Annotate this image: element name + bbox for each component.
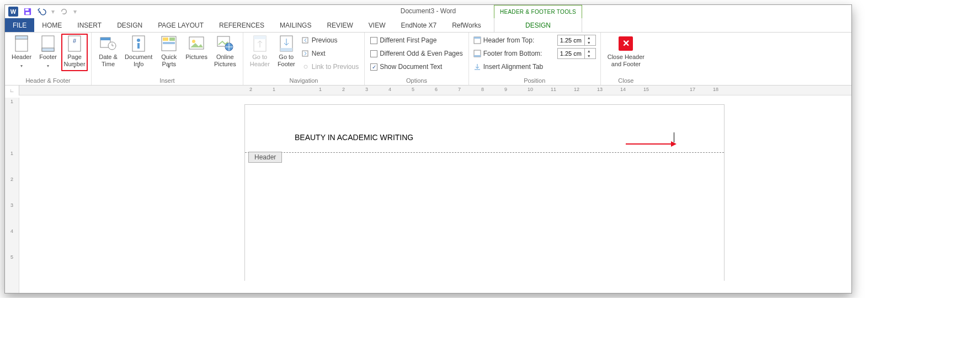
footer-from-bottom-input[interactable]: ▲▼ — [557, 48, 596, 59]
ruler-tick: 3 — [10, 202, 13, 222]
dropdown-icon — [168, 63, 170, 70]
quick-access-toolbar: W ▾ ▾ — [5, 7, 77, 17]
group-position: Header from Top: ▲▼ Footer from Bottom: … — [469, 33, 601, 85]
close-header-footer-button[interactable]: ✕ Close Headerand Footer — [604, 34, 648, 68]
tab-refworks[interactable]: RefWorks — [444, 18, 488, 32]
ruler-tick: 18 — [713, 87, 718, 92]
nav-small-buttons: Previous Next Link to Previous — [300, 34, 361, 73]
ruler-tick: 13 — [597, 87, 603, 92]
header-button[interactable]: Header — [8, 34, 35, 70]
spin-up-icon[interactable]: ▲ — [585, 49, 593, 54]
pictures-icon — [188, 35, 205, 52]
tab-design[interactable]: DESIGN — [109, 18, 150, 32]
ruler-tick: 2 — [249, 87, 252, 92]
tab-review[interactable]: REVIEW — [319, 18, 360, 32]
link-icon — [302, 63, 310, 71]
pictures-button[interactable]: Pictures — [182, 34, 211, 62]
group-label: Header & Footer — [8, 77, 88, 85]
group-label: Position — [472, 77, 597, 85]
ruler-tick: 1 — [319, 87, 322, 92]
tab-endnote[interactable]: EndNote X7 — [393, 18, 444, 32]
date-time-icon — [99, 35, 117, 52]
document-info-button[interactable]: DocumentInfo — [121, 34, 156, 71]
page-number-button[interactable]: # PageNumber — [61, 34, 88, 71]
svg-rect-32 — [474, 55, 481, 57]
date-time-button[interactable]: Date &Time — [95, 34, 121, 68]
link-to-previous-button: Link to Previous — [302, 61, 359, 72]
header-from-top-input[interactable]: ▲▼ — [557, 35, 596, 46]
tab-file[interactable]: FILE — [5, 18, 34, 32]
title-bar: W ▾ ▾ Document3 - Word HEADER & FOOTER T… — [5, 5, 851, 18]
save-button[interactable] — [23, 7, 33, 17]
goto-footer-button[interactable]: Go toFooter — [273, 34, 300, 68]
ruler-tick: 1 — [10, 99, 13, 119]
group-header-footer: Header Footer # PageNumber — [5, 33, 92, 85]
group-label: Close — [604, 77, 648, 85]
tab-page-layout[interactable]: PAGE LAYOUT — [150, 18, 211, 32]
header-content-text[interactable]: BEAUTY IN ACADEMIC WRITING — [295, 133, 413, 142]
vertical-ruler[interactable]: 112345 — [5, 98, 19, 293]
spin-down-icon[interactable]: ▼ — [585, 40, 593, 45]
ruler-tick: 10 — [528, 87, 533, 92]
svg-point-20 — [192, 40, 195, 43]
svg-point-13 — [137, 39, 140, 42]
qat-customize[interactable]: ▾ — [73, 8, 77, 15]
header-area[interactable]: BEAUTY IN ACADEMIC WRITING Header — [245, 105, 724, 153]
svg-text:#: # — [73, 38, 77, 44]
quick-parts-button[interactable]: QuickParts — [156, 34, 182, 71]
tab-home[interactable]: HOME — [34, 18, 70, 32]
tab-mailings[interactable]: MAILINGS — [272, 18, 319, 32]
ribbon: Header Footer # PageNumber — [5, 33, 851, 86]
insert-alignment-tab-button[interactable]: Insert Alignment Tab — [473, 61, 596, 72]
tab-view[interactable]: VIEW — [361, 18, 393, 32]
group-close: ✕ Close Headerand Footer Close — [601, 33, 651, 85]
svg-rect-16 — [163, 38, 168, 41]
ruler-tick: 4 — [388, 87, 391, 92]
ruler-tick: 14 — [620, 87, 626, 92]
undo-button[interactable] — [37, 7, 47, 17]
ruler-tick: 4 — [10, 228, 13, 248]
svg-rect-27 — [302, 38, 308, 43]
ruler-tick: 3 — [365, 87, 368, 92]
footer-icon — [39, 35, 57, 52]
ruler-tick: 12 — [574, 87, 579, 92]
group-label: Options — [368, 77, 465, 85]
alignment-tab-icon — [473, 63, 481, 71]
qat-separator: ▾ — [51, 8, 55, 15]
show-document-text-checkbox[interactable]: Show Document Text — [370, 61, 463, 72]
different-first-page-checkbox[interactable]: Different First Page — [370, 35, 463, 46]
spin-down-icon[interactable]: ▼ — [585, 54, 593, 58]
horizontal-ruler[interactable]: ∟ 211234567891011121314151718 — [5, 86, 851, 95]
previous-button[interactable]: Previous — [302, 35, 359, 46]
ruler-tick: 2 — [10, 177, 13, 196]
next-button[interactable]: Next — [302, 48, 359, 59]
tab-insert[interactable]: INSERT — [70, 18, 109, 32]
redo-button[interactable] — [59, 7, 69, 17]
svg-rect-24 — [254, 36, 266, 39]
group-options: Different First Page Different Odd & Eve… — [365, 33, 469, 85]
online-pictures-button[interactable]: OnlinePictures — [211, 34, 239, 68]
svg-rect-2 — [26, 12, 30, 14]
svg-rect-14 — [137, 43, 140, 49]
footer-button[interactable]: Footer — [35, 34, 61, 70]
workspace: ∟ 211234567891011121314151718 112345 BEA… — [5, 86, 851, 293]
different-odd-even-checkbox[interactable]: Different Odd & Even Pages — [370, 48, 463, 59]
page-area[interactable]: BEAUTY IN ACADEMIC WRITING Header — [19, 98, 851, 293]
spin-up-icon[interactable]: ▲ — [585, 35, 593, 40]
dropdown-icon — [73, 63, 76, 70]
tab-references[interactable]: REFERENCES — [211, 18, 272, 32]
ruler-tick: 2 — [342, 87, 345, 92]
dropdown-icon — [20, 62, 23, 69]
ruler-tick: 15 — [643, 87, 649, 92]
svg-rect-1 — [25, 9, 29, 11]
header-tag-label: Header — [248, 152, 282, 163]
document-title: Document3 - Word — [5, 7, 851, 15]
checkbox-icon — [370, 50, 377, 57]
dropdown-icon — [47, 62, 49, 69]
tab-hf-design[interactable]: DESIGN — [494, 18, 582, 33]
footer-bottom-icon — [473, 50, 481, 57]
ruler-tick: 6 — [435, 87, 438, 92]
ruler-corner: ∟ — [5, 86, 19, 95]
word-app-icon: W — [8, 7, 18, 17]
svg-rect-17 — [169, 38, 175, 41]
